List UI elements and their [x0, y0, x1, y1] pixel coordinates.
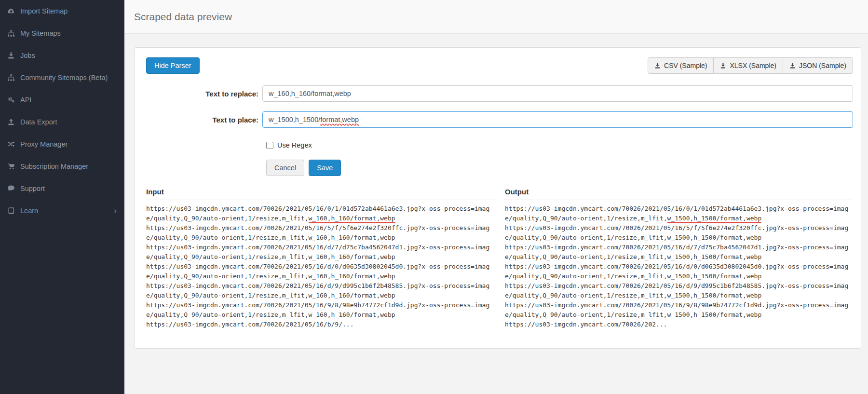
- sidebar-item-my-sitemaps[interactable]: My Sitemaps: [0, 22, 124, 44]
- sidebar-item-label: Community Sitemaps (Beta): [20, 74, 108, 82]
- sidebar-item-data-export[interactable]: Data Export: [0, 111, 124, 133]
- url-line: e/quality,Q_90/auto-orient,1/resize,m_lf…: [505, 252, 853, 262]
- text-to-place-input[interactable]: w_1500,h_1500/format,webp: [262, 111, 853, 128]
- export-xlsx-sample-button[interactable]: XLSX (Sample): [713, 57, 783, 74]
- sidebar-item-support[interactable]: Support: [0, 177, 124, 200]
- replaced-text: w_1500,h_1500/format,webp: [667, 311, 762, 318]
- url-line: https://us03-imgcdn.ymcart.com/70026/202…: [505, 320, 853, 329]
- text-to-replace-label: Text to replace:: [146, 90, 262, 98]
- url-entry: https://us03-imgcdn.ymcart.com/70026/202…: [505, 320, 853, 329]
- sidebar-item-proxy-manager[interactable]: Proxy Manager: [0, 133, 124, 155]
- url-line: e/quality,Q_90/auto-orient,1/resize,m_lf…: [146, 310, 494, 320]
- text-to-place-label: Text to place:: [146, 116, 262, 124]
- use-regex-checkbox[interactable]: [266, 142, 273, 149]
- url-line: https://us03-imgcdn.ymcart.com/70026/202…: [505, 281, 853, 291]
- sidebar-item-label: Proxy Manager: [20, 140, 68, 148]
- page-title: Scraped data preview: [134, 11, 232, 23]
- url-line: https://us03-imgcdn.ymcart.com/70026/202…: [505, 262, 853, 272]
- parser-panel: Hide Parser CSV (Sample)XLSX (Sample)JSO…: [134, 47, 861, 349]
- main-area: Scraped data preview Hide Parser CSV (Sa…: [124, 0, 868, 394]
- url-line: https://us03-imgcdn.ymcart.com/70026/202…: [146, 262, 494, 272]
- url-line: https://us03-imgcdn.ymcart.com/70026/202…: [146, 281, 494, 291]
- url-line: e/quality,Q_90/auto-orient,1/resize,m_lf…: [146, 214, 494, 223]
- replaced-text: w_160,h_160/format,webp: [309, 311, 395, 318]
- download-icon: [720, 63, 726, 69]
- sidebar-item-community-sitemaps-beta[interactable]: Community Sitemaps (Beta): [0, 67, 124, 89]
- text-to-replace-row: Text to replace:: [146, 85, 853, 102]
- hide-parser-button[interactable]: Hide Parser: [146, 57, 200, 74]
- output-column-header: Output: [505, 188, 853, 200]
- input-column-header: Input: [146, 188, 494, 200]
- url-line: https://us03-imgcdn.ymcart.com/70026/202…: [505, 204, 853, 214]
- shuffle-icon: [7, 140, 15, 148]
- input-url-list: https://us03-imgcdn.ymcart.com/70026/202…: [146, 204, 494, 329]
- replaced-text: w_1500,h_1500/format,webp: [667, 234, 762, 241]
- url-line: https://us03-imgcdn.ymcart.com/70026/202…: [146, 204, 494, 214]
- save-button[interactable]: Save: [309, 160, 341, 176]
- url-line: e/quality,Q_90/auto-orient,1/resize,m_lf…: [146, 272, 494, 281]
- url-entry: https://us03-imgcdn.ymcart.com/70026/202…: [146, 243, 494, 262]
- url-line: e/quality,Q_90/auto-orient,1/resize,m_lf…: [505, 291, 853, 300]
- sidebar-item-label: API: [20, 96, 31, 104]
- replaced-text-highlight: w_1500,h_1500/format,webp: [667, 214, 762, 223]
- replaced-text: w_1500,h_1500/format,webp: [667, 253, 762, 260]
- url-line: e/quality,Q_90/auto-orient,1/resize,m_lf…: [505, 233, 853, 243]
- sidebar-item-api[interactable]: API: [0, 89, 124, 111]
- url-line: https://us03-imgcdn.ymcart.com/70026/202…: [505, 243, 853, 252]
- url-entry: https://us03-imgcdn.ymcart.com/70026/202…: [505, 223, 853, 243]
- input-column: Input https://us03-imgcdn.ymcart.com/700…: [146, 188, 494, 329]
- download-icon: [7, 52, 15, 59]
- replaced-text: w_1500,h_1500/format,webp: [667, 292, 762, 299]
- download-icon: [654, 63, 661, 69]
- cloud-upload-icon: [7, 7, 15, 15]
- replaced-text: w_160,h_160/format,webp: [309, 253, 395, 260]
- sidebar-item-label: My Sitemaps: [20, 29, 61, 37]
- replaced-text: w_160,h_160/format,webp: [309, 272, 395, 280]
- text-to-replace-input[interactable]: [262, 85, 853, 102]
- export-json-sample-button[interactable]: JSON (Sample): [783, 57, 853, 74]
- app-root: Import SitemapMy SitemapsJobsCommunity S…: [0, 0, 868, 394]
- output-url-list: https://us03-imgcdn.ymcart.com/70026/202…: [505, 204, 853, 329]
- url-line: e/quality,Q_90/auto-orient,1/resize,m_lf…: [505, 214, 853, 223]
- url-line: e/quality,Q_90/auto-orient,1/resize,m_lf…: [505, 310, 853, 320]
- url-entry: https://us03-imgcdn.ymcart.com/70026/202…: [505, 281, 853, 300]
- sitemap-icon: [7, 29, 15, 37]
- action-row: Cancel Save: [266, 160, 853, 176]
- cogs-icon: [7, 96, 15, 104]
- url-entry: https://us03-imgcdn.ymcart.com/70026/202…: [146, 320, 494, 329]
- spellcheck-squiggle-text: format,webp: [320, 116, 359, 123]
- url-entry: https://us03-imgcdn.ymcart.com/70026/202…: [146, 281, 494, 300]
- url-line: https://us03-imgcdn.ymcart.com/70026/202…: [146, 223, 494, 233]
- sidebar-item-subscription-manager[interactable]: Subscription Manager: [0, 155, 124, 177]
- sidebar-item-learn[interactable]: Learn›: [0, 200, 124, 222]
- export-csv-sample-button[interactable]: CSV (Sample): [648, 57, 714, 74]
- url-entry: https://us03-imgcdn.ymcart.com/70026/202…: [505, 300, 853, 320]
- download-icon: [789, 63, 796, 69]
- sitemap-icon: [7, 74, 15, 82]
- sidebar-item-label: Learn: [20, 207, 38, 215]
- replaced-text: w_160,h_160/format,webp: [309, 292, 395, 299]
- export-button-group: CSV (Sample)XLSX (Sample)JSON (Sample): [648, 57, 853, 74]
- page-header: Scraped data preview: [124, 0, 868, 34]
- sidebar: Import SitemapMy SitemapsJobsCommunity S…: [0, 0, 124, 394]
- export-button-label: XLSX (Sample): [730, 62, 776, 69]
- url-line: https://us03-imgcdn.ymcart.com/70026/202…: [505, 300, 853, 310]
- text-to-place-value: w_1500,h_1500/: [269, 116, 320, 123]
- url-entry: https://us03-imgcdn.ymcart.com/70026/202…: [146, 223, 494, 243]
- sidebar-item-label: Import Sitemap: [20, 7, 68, 15]
- panel-top-row: Hide Parser CSV (Sample)XLSX (Sample)JSO…: [146, 57, 853, 74]
- url-entry: https://us03-imgcdn.ymcart.com/70026/202…: [146, 262, 494, 281]
- url-entry: https://us03-imgcdn.ymcart.com/70026/202…: [146, 300, 494, 320]
- export-button-label: CSV (Sample): [664, 62, 707, 69]
- sidebar-item-jobs[interactable]: Jobs: [0, 44, 124, 67]
- url-entry: https://us03-imgcdn.ymcart.com/70026/202…: [146, 204, 494, 223]
- url-line: e/quality,Q_90/auto-orient,1/resize,m_lf…: [146, 291, 494, 300]
- url-line: e/quality,Q_90/auto-orient,1/resize,m_lf…: [505, 272, 853, 281]
- use-regex-row: Use Regex: [266, 141, 853, 149]
- cart-icon: [7, 163, 15, 170]
- book-icon: [7, 207, 15, 215]
- chevron-right-icon: ›: [114, 207, 117, 215]
- cancel-button[interactable]: Cancel: [266, 160, 304, 176]
- sidebar-item-import-sitemap[interactable]: Import Sitemap: [0, 0, 124, 22]
- use-regex-label[interactable]: Use Regex: [277, 141, 312, 149]
